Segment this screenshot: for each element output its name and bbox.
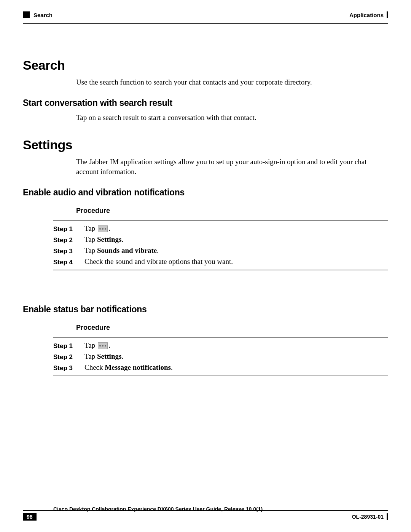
header-marker-icon <box>23 11 30 18</box>
more-icon <box>98 342 108 349</box>
step-prefix: Tap <box>84 352 97 360</box>
header-right: Applications <box>349 11 388 18</box>
procedure-label: Procedure <box>76 207 388 215</box>
step-suffix: . <box>108 224 110 232</box>
footer-title: Cisco Desktop Collaboration Experience D… <box>53 506 263 512</box>
spacer <box>23 273 388 294</box>
step-label: Step 3 <box>53 245 84 256</box>
step-row: Step 3 Check Message notifications. <box>53 362 388 373</box>
page: Search Applications Search Use the searc… <box>0 0 411 532</box>
step-label: Step 2 <box>53 351 84 362</box>
settings-intro: The Jabber IM application settings allow… <box>76 157 388 176</box>
running-header: Search Applications <box>23 11 388 21</box>
footer-left: 98 <box>23 513 43 521</box>
step-body: Check the sound and vibrate options that… <box>84 256 388 267</box>
step-label: Step 3 <box>53 362 84 373</box>
doc-id: OL-28931-01 <box>352 514 384 520</box>
step-prefix: Tap <box>84 224 97 232</box>
step-row: Step 1 Tap . <box>53 223 388 234</box>
heading-enable-status: Enable status bar notifications <box>23 304 388 315</box>
steps-table: Step 1 Tap . Step 2 Tap Settings. Step 3… <box>53 340 388 373</box>
header-bar-icon <box>387 11 388 18</box>
step-row: Step 2 Tap Settings. <box>53 234 388 245</box>
step-suffix: . <box>108 341 110 349</box>
step-row: Step 4 Check the sound and vibrate optio… <box>53 256 388 267</box>
step-rule <box>53 270 388 270</box>
audio-steps: Step 1 Tap . Step 2 Tap Settings. Step 3… <box>53 220 388 270</box>
step-body: Tap Sounds and vibrate. <box>84 245 388 256</box>
step-label: Step 1 <box>53 340 84 351</box>
header-right-text: Applications <box>349 12 384 18</box>
status-steps: Step 1 Tap . Step 2 Tap Settings. Step 3… <box>53 337 388 376</box>
step-suffix: . <box>171 363 173 371</box>
step-body: Tap Settings. <box>84 351 388 362</box>
heading-search: Search <box>23 58 388 73</box>
procedure-label: Procedure <box>76 324 388 332</box>
step-prefix: Tap <box>84 246 97 254</box>
step-label: Step 1 <box>53 223 84 234</box>
start-conversation-text: Tap on a search result to start a conver… <box>76 113 388 123</box>
footer-bar-icon <box>387 513 388 520</box>
heading-settings: Settings <box>23 137 388 152</box>
step-prefix: Tap <box>84 235 97 243</box>
heading-enable-audio: Enable audio and vibration notifications <box>23 187 388 198</box>
step-body: Tap . <box>84 340 388 351</box>
search-intro: Use the search function to search your c… <box>76 77 388 87</box>
step-bold: Settings <box>97 352 121 360</box>
step-prefix: Tap <box>84 341 97 349</box>
footer: Cisco Desktop Collaboration Experience D… <box>23 510 388 521</box>
page-number: 98 <box>23 513 37 521</box>
step-suffix: . <box>121 235 123 243</box>
footer-right: OL-28931-01 <box>352 513 388 520</box>
steps-table: Step 1 Tap . Step 2 Tap Settings. Step 3… <box>53 223 388 267</box>
header-left: Search <box>23 11 53 18</box>
step-bold: Message notifications <box>105 363 171 371</box>
step-body: Check Message notifications. <box>84 362 388 373</box>
step-rule <box>53 220 388 221</box>
step-text: Check the sound and vibrate options that… <box>84 257 233 265</box>
step-body: Tap Settings. <box>84 234 388 245</box>
step-row: Step 1 Tap . <box>53 340 388 351</box>
audio-procedure: Procedure <box>76 207 388 215</box>
step-rule <box>53 375 388 376</box>
step-suffix: . <box>157 246 159 254</box>
step-rule <box>53 337 388 338</box>
status-procedure: Procedure <box>76 324 388 332</box>
more-icon <box>98 225 108 232</box>
content: Search Use the search function to search… <box>23 58 388 376</box>
heading-start-conversation: Start conversation with search result <box>23 98 388 108</box>
step-prefix: Check <box>84 363 105 371</box>
step-row: Step 2 Tap Settings. <box>53 351 388 362</box>
step-body: Tap . <box>84 223 388 234</box>
header-left-text: Search <box>33 12 53 18</box>
footer-line: 98 OL-28931-01 <box>23 513 388 521</box>
header-rule <box>23 23 388 24</box>
spacer <box>23 126 388 137</box>
step-suffix: . <box>121 352 123 360</box>
step-row: Step 3 Tap Sounds and vibrate. <box>53 245 388 256</box>
step-bold: Settings <box>97 235 121 243</box>
step-bold: Sounds and vibrate <box>97 246 157 254</box>
step-label: Step 4 <box>53 256 84 267</box>
step-label: Step 2 <box>53 234 84 245</box>
